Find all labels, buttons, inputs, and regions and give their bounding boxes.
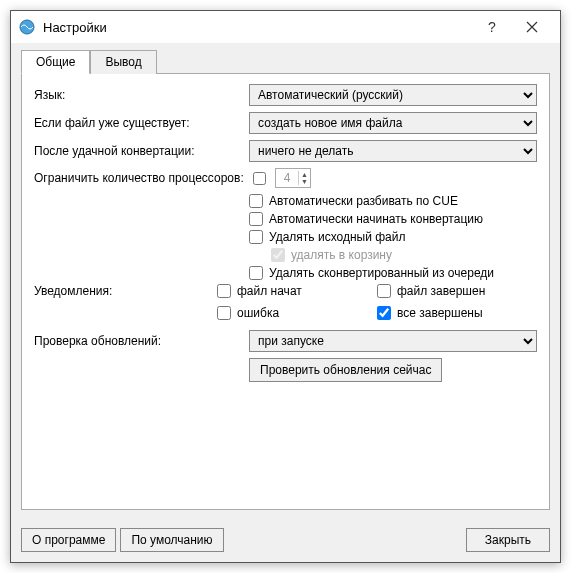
window-title: Настройки: [43, 20, 472, 35]
label-error: ошибка: [237, 306, 279, 320]
label-limit-cpu: Ограничить количество процессоров:: [34, 171, 249, 185]
checkbox-remove-queued[interactable]: [249, 266, 263, 280]
tabs: Общие Вывод: [21, 49, 550, 74]
checkbox-error[interactable]: [217, 306, 231, 320]
checkbox-file-finished[interactable]: [377, 284, 391, 298]
label-language: Язык:: [34, 88, 249, 102]
titlebar-buttons: ?: [472, 11, 552, 43]
checkbox-auto-start[interactable]: [249, 212, 263, 226]
select-language[interactable]: Автоматический (русский): [249, 84, 537, 106]
checkbox-split-cue[interactable]: [249, 194, 263, 208]
tab-output[interactable]: Вывод: [90, 50, 156, 74]
label-file-finished: файл завершен: [397, 284, 485, 298]
label-notifications: Уведомления:: [34, 284, 217, 298]
footer: О программе По умолчанию Закрыть: [11, 520, 560, 562]
settings-window: Настройки ? Общие Вывод Язык: Автоматиче…: [10, 10, 561, 563]
tab-general[interactable]: Общие: [21, 50, 90, 74]
button-defaults[interactable]: По умолчанию: [120, 528, 223, 552]
app-icon: [19, 19, 35, 35]
label-delete-trash: удалять в корзину: [291, 248, 392, 262]
label-after-convert: После удачной конвертации:: [34, 144, 249, 158]
tab-body-general: Язык: Автоматический (русский) Если файл…: [21, 74, 550, 510]
button-check-updates[interactable]: Проверить обновления сейчас: [249, 358, 442, 382]
cpu-count-value: 4: [276, 171, 298, 185]
titlebar: Настройки ?: [11, 11, 560, 43]
select-updates[interactable]: при запуске: [249, 330, 537, 352]
label-if-exists: Если файл уже существует:: [34, 116, 249, 130]
label-split-cue: Автоматически разбивать по CUE: [269, 194, 458, 208]
help-button[interactable]: ?: [472, 11, 512, 43]
checkbox-file-started[interactable]: [217, 284, 231, 298]
label-updates: Проверка обновлений:: [34, 334, 249, 348]
checkbox-delete-trash: [271, 248, 285, 262]
select-after-convert[interactable]: ничего не делать: [249, 140, 537, 162]
label-remove-queued: Удалять сконвертированный из очереди: [269, 266, 494, 280]
spinner-arrows[interactable]: ▲▼: [298, 171, 310, 185]
close-window-button[interactable]: [512, 11, 552, 43]
content: Общие Вывод Язык: Автоматический (русски…: [11, 43, 560, 520]
checkbox-delete-src[interactable]: [249, 230, 263, 244]
label-file-started: файл начат: [237, 284, 302, 298]
spinner-cpu-count[interactable]: 4 ▲▼: [275, 168, 311, 188]
button-about[interactable]: О программе: [21, 528, 116, 552]
checkbox-all-done[interactable]: [377, 306, 391, 320]
button-close[interactable]: Закрыть: [466, 528, 550, 552]
label-delete-src: Удалять исходный файл: [269, 230, 405, 244]
select-if-exists[interactable]: создать новое имя файла: [249, 112, 537, 134]
label-all-done: все завершены: [397, 306, 483, 320]
label-auto-start: Автоматически начинать конвертацию: [269, 212, 483, 226]
checkbox-limit-cpu[interactable]: [253, 172, 266, 185]
